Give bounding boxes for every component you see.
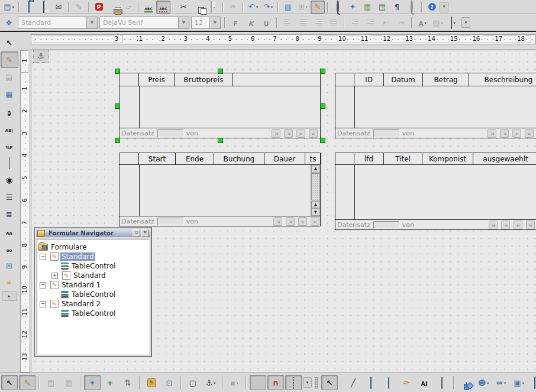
combo-box-icon[interactable]: ≣ bbox=[1, 206, 18, 222]
vertical-scrollbar[interactable]: ▲▲▼ bbox=[311, 165, 320, 216]
chevron-down-icon[interactable]: ▼ bbox=[86, 17, 97, 28]
tree-item-standard[interactable]: +✎Standard bbox=[37, 271, 149, 280]
styles-window-icon[interactable]: ❖ bbox=[2, 16, 16, 29]
next-record-button[interactable]: ▶ bbox=[512, 129, 521, 138]
copy-icon[interactable] bbox=[191, 1, 205, 14]
redo-icon[interactable]: ↷▾ bbox=[261, 1, 275, 14]
last-record-button[interactable]: ▶| bbox=[526, 221, 535, 229]
undo-icon[interactable]: ↶▾ bbox=[246, 1, 260, 14]
basic-shapes-icon[interactable]: ▾ bbox=[457, 375, 474, 390]
column-header-ende[interactable]: Ende bbox=[176, 153, 214, 164]
tree-item-formulare[interactable]: Formulare bbox=[37, 242, 149, 252]
rectangle-icon[interactable] bbox=[363, 375, 379, 390]
column-header-bruttopreis[interactable]: Bruttopreis bbox=[175, 73, 233, 86]
chevron-down-icon[interactable]: ▾ bbox=[271, 5, 273, 9]
page-preview-icon[interactable]: ▱ bbox=[121, 1, 135, 14]
last-record-button[interactable]: ▶| bbox=[309, 129, 318, 138]
text-box-icon[interactable]: AB| bbox=[1, 120, 18, 137]
record-number-field[interactable] bbox=[373, 129, 399, 137]
selection-handle[interactable] bbox=[320, 138, 325, 143]
form-navigator-icon[interactable]: ✦ bbox=[84, 375, 101, 390]
grid-body[interactable] bbox=[335, 86, 536, 128]
find-replace-icon[interactable] bbox=[331, 1, 345, 14]
display-grid-icon[interactable] bbox=[250, 375, 266, 390]
form-design-icon[interactable]: ⊞ bbox=[1, 257, 18, 274]
bullet-list-icon[interactable] bbox=[363, 16, 377, 29]
anchor-icon[interactable]: ⚓▾ bbox=[202, 375, 219, 390]
tree-item-standard[interactable]: −✎Standard bbox=[37, 252, 149, 261]
italic-icon[interactable]: K bbox=[244, 16, 258, 29]
save-icon[interactable] bbox=[37, 1, 51, 14]
grid-body[interactable]: ▲▲▼ bbox=[120, 165, 320, 216]
select-icon[interactable]: ↖ bbox=[321, 375, 338, 390]
column-header-start[interactable]: Start bbox=[139, 153, 176, 164]
list-box-icon[interactable]: ☰ bbox=[1, 189, 18, 205]
bold-icon[interactable]: F bbox=[228, 16, 243, 29]
select-icon[interactable]: ↖ bbox=[1, 375, 18, 390]
collapse-icon[interactable]: − bbox=[40, 282, 46, 289]
close-window-button[interactable]: ✕ bbox=[141, 229, 149, 237]
dock-window-button[interactable]: ▫ bbox=[133, 229, 140, 237]
table-control-titel[interactable]: lfdTitelKomponistausgewaehltDatensatzvon… bbox=[335, 153, 536, 230]
chevron-down-icon[interactable]: ▾ bbox=[487, 381, 489, 385]
next-record-button[interactable]: ▶ bbox=[296, 129, 305, 138]
formatted-field-icon[interactable]: %F bbox=[1, 137, 18, 154]
option-button-icon[interactable]: ◉ bbox=[1, 171, 18, 188]
chevron-down-icon[interactable]: ▼ bbox=[209, 17, 220, 28]
callouts-icon[interactable]: ▾ bbox=[528, 375, 536, 390]
font-color-icon[interactable]: A▾ bbox=[415, 16, 430, 29]
column-header-betrag[interactable]: Betrag bbox=[423, 73, 469, 86]
chevron-down-icon[interactable]: ▾ bbox=[522, 381, 524, 385]
vertical-ruler[interactable]: 112345678910111213 bbox=[20, 50, 31, 372]
column-header-dauer[interactable]: Dauer bbox=[264, 153, 305, 164]
hyperlink-icon[interactable]: ▥ bbox=[281, 1, 295, 14]
font-name-combo[interactable]: DejaVu Serif ▼ bbox=[99, 17, 189, 29]
column-header-titel[interactable]: Titel bbox=[384, 153, 422, 164]
last-record-button[interactable]: ▶| bbox=[311, 217, 319, 226]
chevron-down-icon[interactable]: ▾ bbox=[504, 381, 506, 385]
form-navigator-tree[interactable]: Formulare−✎StandardTableControl+✎Standar… bbox=[37, 239, 150, 355]
collapse-icon[interactable]: − bbox=[40, 301, 46, 307]
record-number-field[interactable] bbox=[157, 218, 183, 225]
new-document-icon[interactable]: ▤▾ bbox=[2, 1, 16, 14]
scrollbar-thumb[interactable] bbox=[311, 173, 320, 200]
cut-icon[interactable]: ✂ bbox=[176, 1, 190, 14]
tree-item-tablecontrol[interactable]: TableControl bbox=[37, 290, 149, 299]
previous-record-button[interactable]: ◀ bbox=[500, 129, 509, 138]
check-box-icon[interactable]: ✕ bbox=[1, 103, 18, 119]
first-record-button[interactable]: |◀ bbox=[272, 129, 280, 138]
scroll-up-button[interactable]: ▲ bbox=[311, 201, 320, 209]
selection-handle[interactable] bbox=[115, 103, 120, 109]
first-record-button[interactable]: |◀ bbox=[489, 221, 498, 229]
chevron-down-icon[interactable]: ▾ bbox=[256, 5, 258, 9]
table-control-konto[interactable]: IDDatumBetragBeschreibungDatensatzvon|◀◀… bbox=[335, 73, 536, 138]
control-properties-icon[interactable]: ▤ bbox=[43, 375, 59, 390]
control-properties-icon[interactable]: ▤ bbox=[1, 69, 18, 85]
column-header-preis[interactable]: Preis bbox=[139, 73, 175, 86]
snap-to-grid-icon[interactable]: ∩ bbox=[267, 375, 284, 390]
underline-icon[interactable]: U bbox=[259, 16, 273, 29]
document-page[interactable]: ⚓ Formular Navigator ▫✕ Formulare−✎Stand… bbox=[31, 50, 536, 373]
toolbar-overflow-icon[interactable]: ▾ bbox=[440, 2, 448, 12]
tree-item-standard-1[interactable]: −✎Standard 1 bbox=[37, 280, 149, 290]
line-icon[interactable]: ╱ bbox=[345, 375, 361, 390]
previous-record-button[interactable]: ◀ bbox=[501, 221, 510, 229]
navigator-icon[interactable]: ✦ bbox=[346, 1, 360, 14]
first-record-button[interactable]: |◀ bbox=[487, 129, 496, 138]
push-button-icon[interactable] bbox=[1, 154, 18, 171]
activation-order-icon[interactable]: ⇅ bbox=[120, 375, 136, 390]
align-center-icon[interactable] bbox=[296, 16, 310, 29]
next-record-button[interactable]: ▶ bbox=[298, 217, 307, 226]
print-icon[interactable] bbox=[106, 1, 121, 14]
chevron-down-icon[interactable]: ▼ bbox=[178, 17, 189, 28]
group-icon[interactable]: ▪▾ bbox=[226, 375, 243, 390]
align-left-icon[interactable] bbox=[280, 16, 295, 29]
toolbar-overflow-icon[interactable]: ▾ bbox=[303, 377, 312, 388]
previous-record-button[interactable]: ◀ bbox=[286, 217, 295, 226]
record-number-field[interactable] bbox=[373, 221, 399, 229]
form-properties-icon[interactable]: ▦ bbox=[1, 86, 18, 102]
zoom-icon[interactable] bbox=[405, 1, 419, 14]
background-color-icon[interactable]: ▾ bbox=[446, 16, 460, 29]
flowchart-icon[interactable]: ▣▾ bbox=[511, 375, 527, 390]
next-record-button[interactable]: ▶ bbox=[514, 221, 522, 229]
